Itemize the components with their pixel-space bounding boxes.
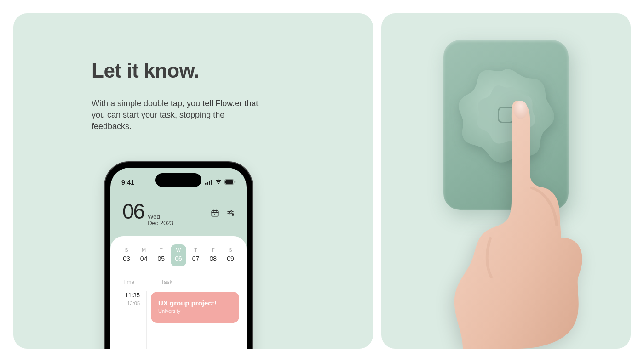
svg-rect-5	[225, 180, 233, 184]
svg-rect-3	[211, 180, 212, 185]
battery-icon	[224, 179, 236, 186]
day-of-week-label: F	[205, 247, 221, 253]
task-end-time: 13:05	[118, 300, 140, 306]
phone-mockup: 9:41	[105, 162, 252, 349]
task-slot: 11:3513:05UX group project!University	[118, 292, 239, 323]
weekday-label: Wed	[148, 214, 173, 220]
day-number: 07	[192, 255, 200, 262]
signal-icon	[205, 179, 213, 186]
day-of-week-label: S	[119, 247, 134, 253]
column-header-task: Task	[161, 279, 172, 285]
day-cell[interactable]: S09	[223, 244, 238, 266]
headline: Let it know.	[92, 59, 341, 82]
marketing-panel-right	[381, 13, 631, 349]
task-card[interactable]: UX group project!University	[151, 292, 239, 323]
hand-illustration	[421, 91, 605, 349]
status-time: 9:41	[121, 179, 134, 186]
day-number: 08	[209, 255, 217, 262]
wifi-icon	[215, 179, 222, 186]
day-cell[interactable]: T07	[188, 244, 204, 266]
svg-rect-6	[235, 181, 236, 183]
day-number: 09	[227, 255, 234, 262]
day-of-week-label: T	[188, 247, 204, 253]
month-year-label: Dec 2023	[148, 220, 173, 226]
date-block: 06 Wed Dec 2023	[122, 199, 173, 230]
svg-point-11	[514, 101, 528, 119]
day-cell[interactable]: F08	[205, 244, 221, 266]
day-of-week-label: T	[153, 247, 169, 253]
day-number: 03	[123, 255, 130, 262]
day-of-week-label: S	[223, 247, 238, 253]
timeline: 11:3513:05UX group project!University13:…	[118, 292, 239, 349]
dynamic-island	[155, 173, 201, 187]
timeline-divider	[146, 291, 147, 349]
day-number: 04	[140, 255, 148, 262]
day-of-week-label: M	[136, 247, 152, 253]
day-cell[interactable]: M04	[136, 244, 152, 266]
day-cell[interactable]: S03	[119, 244, 134, 266]
day-of-week-label: W	[171, 247, 186, 253]
svg-rect-0	[205, 183, 206, 185]
schedule-sheet: S03M04T05W06T07F08S09 Time Task 11:3513:…	[110, 236, 247, 349]
task-subtitle: University	[158, 308, 232, 314]
marketing-panel-left: Let it know. With a simple double tap, y…	[13, 13, 373, 349]
day-cell[interactable]: T05	[153, 244, 169, 266]
svg-rect-2	[209, 181, 210, 185]
big-day-number: 06	[122, 199, 144, 224]
sliders-icon[interactable]	[226, 209, 235, 219]
day-number: 05	[158, 255, 165, 262]
task-start-time: 11:35	[118, 292, 140, 299]
task-title: UX group project!	[158, 299, 232, 307]
day-number: 06	[175, 255, 182, 262]
week-row: S03M04T05W06T07F08S09	[118, 244, 239, 272]
day-cell[interactable]: W06	[171, 244, 186, 266]
svg-rect-1	[207, 182, 208, 185]
subheadline: With a simple double tap, you tell Flow.…	[92, 98, 266, 133]
calendar-icon[interactable]	[211, 209, 219, 219]
column-header-time: Time	[122, 279, 143, 285]
